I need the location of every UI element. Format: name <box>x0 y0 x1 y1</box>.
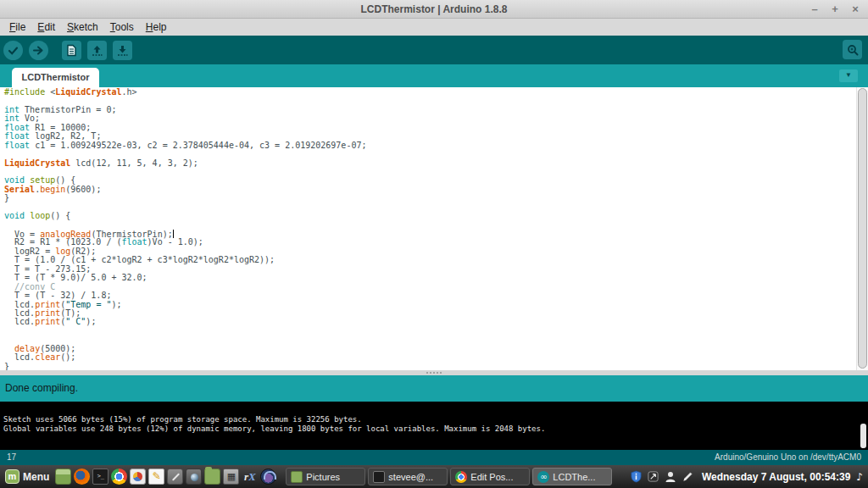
menu-file[interactable]: File <box>3 19 31 36</box>
menu-button-label: Menu <box>23 471 49 483</box>
serial-monitor-button[interactable] <box>843 40 862 59</box>
chrome-icon <box>455 471 467 483</box>
console-scrollbar-thumb[interactable] <box>860 424 866 448</box>
save-button[interactable] <box>113 41 132 60</box>
tools-icon[interactable] <box>167 469 183 485</box>
taskbar-window-label: Pictures <box>306 472 340 482</box>
display-settings-icon[interactable] <box>647 470 659 483</box>
folder-icon <box>291 471 303 483</box>
bottom-info-bar: 17 Arduino/Genuino Uno on /dev/ttyACM0 <box>0 450 868 465</box>
terminal-icon <box>373 471 385 483</box>
minimize-button[interactable]: – <box>809 3 821 15</box>
tab-menu-button[interactable]: ▼ <box>839 69 858 82</box>
firefox-icon[interactable] <box>74 469 90 485</box>
board-port-indicator: Arduino/Genuino Uno on /dev/ttyACM0 <box>715 450 861 465</box>
arduino-logo-icon: ∞ <box>537 471 549 483</box>
code-editor[interactable]: #include <LiquidCrystal.h>int Thermistor… <box>0 87 868 370</box>
grip-dots-icon <box>426 372 428 374</box>
document-icon <box>65 44 78 57</box>
arduino-ide-screen: LCDThermistor | Arduino 1.8.8 – + × File… <box>0 0 868 488</box>
taskbar-window-arduino[interactable]: ∞ LCDThe... <box>532 468 612 485</box>
text-editor-icon[interactable]: ✎ <box>148 469 164 485</box>
menu-edit[interactable]: Edit <box>31 19 61 36</box>
chrome-icon[interactable] <box>111 469 127 485</box>
show-desktop-icon[interactable] <box>55 469 71 485</box>
menu-tools[interactable]: Tools <box>104 19 140 36</box>
camera-icon[interactable] <box>186 469 202 485</box>
taskbar-window-label: Edit Pos... <box>470 472 513 482</box>
right-arrow-icon <box>32 44 45 57</box>
taskbar-window-browser[interactable]: Edit Pos... <box>450 468 530 485</box>
window-controls: – + × <box>809 0 861 19</box>
open-button[interactable] <box>87 41 107 60</box>
status-message: Done compiling. <box>5 382 78 394</box>
menu-button[interactable]: m Menu <box>3 467 53 486</box>
taskbar: m Menu >_ ✎ ▦ rX Pictures stevee@... Edi… <box>0 465 868 488</box>
down-arrow-icon <box>116 44 129 57</box>
mint-logo-icon: m <box>5 469 19 484</box>
toolbar <box>0 36 868 64</box>
up-arrow-icon <box>91 44 103 57</box>
editor-scrollbar-thumb[interactable] <box>858 88 867 369</box>
cursor-line-indicator: 17 <box>7 450 16 465</box>
music-note-icon[interactable]: ♪ <box>856 471 863 483</box>
menubar: File Edit Sketch Tools Help <box>0 19 868 36</box>
upload-button[interactable] <box>29 41 48 60</box>
close-button[interactable]: × <box>849 3 861 15</box>
taskbar-window-terminal[interactable]: stevee@... <box>368 468 448 485</box>
system-tray: Wednesday 7 August, 00:54:39 ♪ <box>630 470 865 484</box>
chevron-down-icon: ▼ <box>845 71 852 79</box>
verify-button[interactable] <box>3 41 23 60</box>
tab-lcdthermistor[interactable]: LCDThermistor <box>12 68 99 87</box>
window-title: LCDThermistor | Arduino 1.8.8 <box>0 0 868 19</box>
tabbar: LCDThermistor ▼ <box>0 64 868 87</box>
taskbar-window-pictures[interactable]: Pictures <box>286 468 365 485</box>
taskbar-window-label: LCDThe... <box>553 472 595 482</box>
rx-app-icon[interactable]: rX <box>242 469 258 485</box>
new-sketch-button[interactable] <box>62 41 81 60</box>
titlebar: LCDThermistor | Arduino 1.8.8 – + × <box>0 0 868 19</box>
menu-help[interactable]: Help <box>140 19 173 36</box>
calculator-icon[interactable]: ▦ <box>223 469 239 485</box>
magnifier-icon <box>846 43 860 57</box>
file-manager-icon[interactable] <box>204 469 220 485</box>
taskbar-window-label: stevee@... <box>388 472 433 482</box>
checkmark-icon <box>7 44 19 57</box>
code-area[interactable]: #include <LiquidCrystal.h>int Thermistor… <box>4 88 854 371</box>
taskbar-clock[interactable]: Wednesday 7 August, 00:54:39 <box>702 471 850 483</box>
compile-status-bar: Done compiling. <box>0 375 868 402</box>
terminal-launcher-icon[interactable]: >_ <box>92 469 108 485</box>
disk-usage-icon[interactable] <box>130 469 146 485</box>
tablet-pen-icon[interactable] <box>682 470 694 483</box>
headphones-icon[interactable] <box>260 469 276 485</box>
editor-scrollbar[interactable] <box>856 87 868 370</box>
menu-sketch[interactable]: Sketch <box>61 19 104 36</box>
user-account-icon[interactable] <box>664 470 677 484</box>
update-manager-icon[interactable] <box>630 470 643 483</box>
maximize-button[interactable]: + <box>829 3 841 15</box>
console-output[interactable]: Sketch uses 5066 bytes (15%) of program … <box>0 402 868 450</box>
